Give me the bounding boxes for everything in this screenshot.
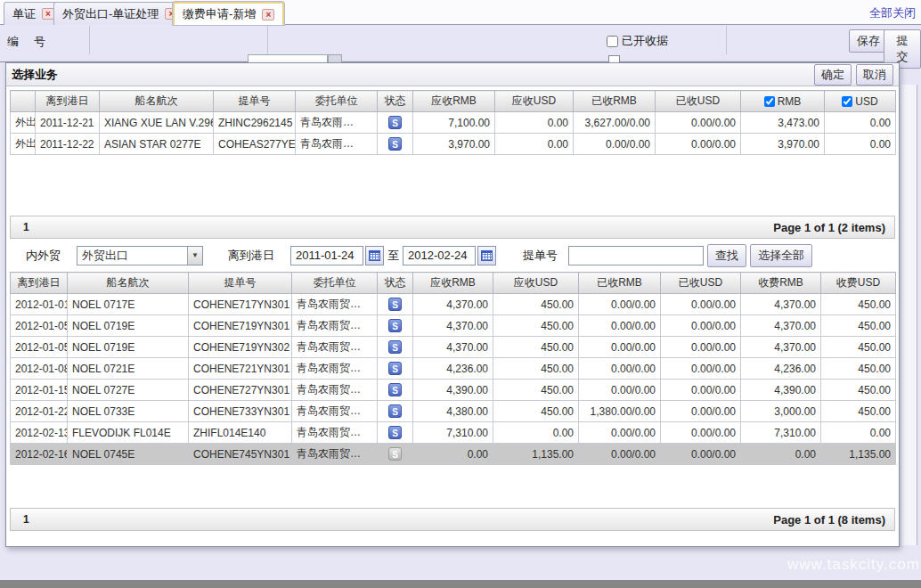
page-number[interactable]: 1 [23,221,29,233]
cell: 青岛农雨… [296,134,378,155]
cell: 青岛农雨贸… [292,444,378,465]
cell: 450.00 [821,401,896,422]
cell: 450.00 [821,315,896,337]
table-row[interactable]: 2012-01-22NOEL 0733ECOHENE733YN301青岛农雨贸…… [11,401,896,422]
close-icon[interactable]: × [262,9,274,20]
cell: S [378,401,413,422]
cell: 450.00 [821,380,896,401]
cell: 3,627.00/0.00 [574,112,656,134]
receipt-issued-label: 已开收据 [622,33,668,49]
cell: NOEL 0717E [68,294,189,315]
cell: NOEL 0733E [68,401,189,422]
table-row[interactable]: 2012-02-13FLEVODIJK FL014EZHIFL014E140青岛… [11,422,896,444]
cell: 青岛农雨… [296,112,378,134]
cell: 0.00/0.00 [661,315,741,337]
close-icon[interactable]: × [42,8,54,20]
column-header: 委托单位 [292,273,378,294]
cell: 0.00/0.00 [661,337,741,358]
bl-number-input[interactable] [568,246,704,265]
date-from-input[interactable] [290,246,363,265]
cell: 青岛农雨贸… [292,380,378,401]
bottom-bar [0,580,921,588]
select-all-button[interactable]: 选择全部 [750,244,812,267]
table-row[interactable]: 2012-01-01NOEL 0717ECOHENE717YN301青岛农雨贸…… [11,294,896,315]
column-select-checkbox[interactable] [764,96,775,107]
tab-waimao-chukou[interactable]: 外贸出口-单证处理 × [53,2,186,25]
table-header-row: 离到港日船名航次提单号委托单位状态应收RMB应收USD已收RMB已收USDRMB… [11,91,896,112]
date-range-label: 离到港日 [228,248,274,264]
cell: 3,970.00 [741,134,825,155]
cancel-button[interactable]: 取消 [856,64,893,86]
calendar-button[interactable] [477,246,496,265]
cell: 3,000.00 [741,401,821,422]
status-icon[interactable]: S [388,404,402,418]
table-row[interactable]: 外出2011-12-21XIANG XUE LAN V.2962ZHINC296… [11,112,896,134]
status-icon[interactable]: S [388,319,402,332]
cell: 青岛农雨贸… [292,315,378,337]
trade-type-value: 外贸出口 [77,248,187,264]
cell: 4,236.00 [741,358,821,380]
table-row[interactable]: 2012-01-15NOEL 0727ECOHENE727YN301青岛农雨贸…… [11,380,896,401]
cell: COHENE717YN301 [189,294,292,315]
column-header-label: 状态 [385,94,406,107]
table-row[interactable]: 外出2011-12-22ASIAN STAR 0277ECOHEAS277YE0… [11,134,896,155]
cell: COHENE745YN301 [189,444,292,465]
column-header-label: 已收USD [676,94,720,107]
status-icon[interactable]: S [388,137,402,151]
save-button[interactable]: 保存 [849,29,888,53]
column-header: 已收USD [656,91,741,112]
column-header-label: 收费USD [836,276,880,289]
tab-label: 单证 [12,6,36,22]
cell: NOEL 0745E [68,444,189,465]
column-header: 已收USD [661,273,741,294]
cell: 7,310.00 [413,422,493,444]
cell: 0.00/0.00 [661,422,741,444]
cell: COHENE719YN302 [189,337,292,358]
cell: COHENE721YN301 [189,358,292,380]
status-icon[interactable]: S [388,447,402,461]
receipt-issued-checkbox[interactable] [607,36,618,47]
trade-type-select[interactable]: 外贸出口 ▼ [77,246,203,265]
column-header: 已收RMB [579,273,661,294]
cell: 450.00 [493,294,579,315]
cell: ASIAN STAR 0277E [100,134,214,155]
cell: 4,390.00 [741,380,821,401]
chevron-down-icon[interactable]: ▼ [187,247,202,265]
ok-button[interactable]: 确定 [814,64,852,86]
cell: 1,135.00 [493,444,579,465]
payment-form-header: 编 号 已开收据 保存 提交 [0,26,921,62]
column-header-label: 提单号 [239,94,271,107]
date-to-input[interactable] [403,246,476,265]
status-icon[interactable]: S [388,426,402,439]
search-button[interactable]: 查找 [707,244,746,267]
cell: 2012-02-16 [11,444,68,465]
status-icon[interactable]: S [388,116,402,129]
table-row[interactable]: 2012-01-05NOEL 0719ECOHENE719YN302青岛农雨贸…… [11,337,896,358]
table-row[interactable]: 2012-01-05NOEL 0719ECOHENE719YN301青岛农雨贸…… [11,315,896,337]
status-icon[interactable]: S [388,383,402,396]
column-header-label: 应收USD [512,94,556,107]
column-header: 船名航次 [68,273,189,294]
column-select-checkbox[interactable] [842,96,852,107]
column-header-label: 委托单位 [314,276,356,289]
column-header: 提单号 [214,91,296,112]
dialog-title-bar: 选择业务 确定 取消 [6,63,899,86]
column-header: 已收RMB [574,91,656,112]
tab-jiaofei-shenqing[interactable]: 缴费申请-新增 × [173,2,284,25]
close-all-link[interactable]: 全部关闭 [869,5,916,21]
cell: 2011-12-21 [36,112,100,134]
business-list-table: 离到港日船名航次提单号委托单位状态应收RMB应收USD已收RMB已收USD收费R… [10,272,896,465]
page-number[interactable]: 1 [23,513,29,526]
table-row[interactable]: 2012-01-08NOEL 0721ECOHENE721YN301青岛农雨贸…… [11,358,896,380]
cell: 2012-01-05 [11,315,68,337]
cell: COHENE719YN301 [189,315,292,337]
receipt-issued-checkbox-row: 已开收据 [607,33,668,49]
bl-number-label: 提单号 [523,248,558,264]
column-header: USD [825,91,896,112]
status-icon[interactable]: S [388,362,402,375]
status-icon[interactable]: S [388,298,402,311]
table-row[interactable]: 2012-02-16NOEL 0745ECOHENE745YN301青岛农雨贸…… [11,444,896,465]
calendar-button[interactable] [365,246,384,265]
cell: 2012-02-13 [11,422,68,444]
status-icon[interactable]: S [388,340,402,354]
